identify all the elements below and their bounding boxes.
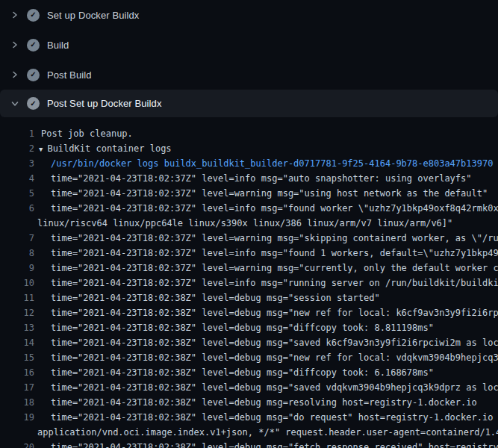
log-line: 12 time="2021-04-23T18:02:38Z" level=deb… bbox=[0, 305, 498, 320]
log-line: application/vnd.oci.image.index.v1+json,… bbox=[0, 425, 498, 440]
log-line-number[interactable]: 1 bbox=[0, 126, 34, 141]
log-line: 13 time="2021-04-23T18:02:38Z" level=deb… bbox=[0, 320, 498, 335]
log-line-number[interactable]: 11 bbox=[0, 290, 34, 305]
log-line: 15 time="2021-04-23T18:02:38Z" level=deb… bbox=[0, 350, 498, 365]
log-line-number[interactable]: 17 bbox=[0, 380, 34, 395]
log-line-text: time="2021-04-23T18:02:38Z" level=debug … bbox=[37, 395, 477, 410]
check-circle-icon: ✓ bbox=[27, 69, 40, 81]
job-steps-list: ✓ Set up Docker Buildx ✓ Build ✓ Post Bu… bbox=[0, 0, 498, 117]
log-line: 10 time="2021-04-23T18:02:37Z" level=inf… bbox=[0, 276, 498, 290]
log-line-number[interactable]: 4 bbox=[0, 171, 34, 186]
log-line-number[interactable]: 9 bbox=[0, 261, 34, 276]
log-line-number[interactable]: 19 bbox=[0, 410, 34, 425]
log-line-number bbox=[0, 216, 34, 231]
log-line-number[interactable]: 2 bbox=[0, 141, 34, 156]
log-line: 1 Post job cleanup. bbox=[0, 126, 498, 141]
log-line-text: time="2021-04-23T18:02:37Z" level=warnin… bbox=[37, 186, 488, 201]
step-label: Set up Docker Buildx bbox=[47, 10, 139, 21]
log-line: 11 time="2021-04-23T18:02:38Z" level=deb… bbox=[0, 290, 498, 305]
log-line-text: time="2021-04-23T18:02:38Z" level=debug … bbox=[37, 350, 498, 365]
log-line-text: application/vnd.oci.image.index.v1+json,… bbox=[37, 425, 498, 440]
step-header[interactable]: ✓ Post Set up Docker Buildx bbox=[0, 90, 498, 117]
log-line: 20 time="2021-04-23T18:02:38Z" level=deb… bbox=[0, 440, 498, 448]
log-line-number[interactable]: 12 bbox=[0, 305, 34, 320]
log-line: linux/riscv64 linux/ppc64le linux/s390x … bbox=[0, 216, 498, 231]
log-line-text: time="2021-04-23T18:02:37Z" level=info m… bbox=[37, 276, 498, 290]
log-line-number[interactable]: 3 bbox=[0, 156, 34, 171]
log-line: 6 time="2021-04-23T18:02:37Z" level=info… bbox=[0, 201, 498, 216]
log-line: 14 time="2021-04-23T18:02:38Z" level=deb… bbox=[0, 335, 498, 350]
log-line-number[interactable]: 13 bbox=[0, 320, 34, 335]
log-line-text: time="2021-04-23T18:02:37Z" level=warnin… bbox=[37, 261, 498, 276]
log-line-text: time="2021-04-23T18:02:37Z" level=info m… bbox=[37, 201, 498, 216]
chevron-right-icon bbox=[9, 69, 21, 81]
log-line: 18 time="2021-04-23T18:02:38Z" level=deb… bbox=[0, 395, 498, 410]
log-line-text: Post job cleanup. bbox=[37, 126, 133, 141]
log-line-number[interactable]: 20 bbox=[0, 440, 34, 448]
chevron-right-icon bbox=[9, 9, 21, 21]
log-line: 7 time="2021-04-23T18:02:37Z" level=warn… bbox=[0, 231, 498, 246]
log-line: 5 time="2021-04-23T18:02:37Z" level=warn… bbox=[0, 186, 498, 201]
log-line-number[interactable]: 10 bbox=[0, 276, 34, 290]
log-line-text: time="2021-04-23T18:02:38Z" level=debug … bbox=[37, 365, 434, 380]
check-circle-icon: ✓ bbox=[27, 9, 40, 22]
log-line-number[interactable]: 18 bbox=[0, 395, 34, 410]
log-group-label[interactable]: BuildKit container logs bbox=[47, 143, 171, 154]
step-header[interactable]: ✓ Build bbox=[0, 30, 498, 60]
log-line-text: time="2021-04-23T18:02:37Z" level=info m… bbox=[37, 171, 472, 186]
log-line-number[interactable]: 6 bbox=[0, 201, 34, 216]
chevron-down-icon bbox=[9, 98, 21, 110]
log-line-number[interactable]: 14 bbox=[0, 335, 34, 350]
log-line-number[interactable]: 5 bbox=[0, 186, 34, 201]
log-line-number bbox=[0, 425, 34, 440]
log-line: 4 time="2021-04-23T18:02:37Z" level=info… bbox=[0, 171, 498, 186]
log-line: 17 time="2021-04-23T18:02:38Z" level=deb… bbox=[0, 380, 498, 395]
log-line-number[interactable]: 7 bbox=[0, 231, 34, 246]
step-header[interactable]: ✓ Set up Docker Buildx bbox=[0, 0, 498, 30]
log-line-text: time="2021-04-23T18:02:38Z" level=debug … bbox=[37, 305, 498, 320]
log-line-text: time="2021-04-23T18:02:37Z" level=info m… bbox=[37, 246, 498, 261]
log-line-text: time="2021-04-23T18:02:38Z" level=debug … bbox=[37, 440, 498, 448]
log-line-number[interactable]: 16 bbox=[0, 365, 34, 380]
log-line: 9 time="2021-04-23T18:02:37Z" level=warn… bbox=[0, 261, 498, 276]
step-header[interactable]: ✓ Post Build bbox=[0, 60, 498, 90]
log-line: 16 time="2021-04-23T18:02:38Z" level=deb… bbox=[0, 365, 498, 380]
step-label: Post Set up Docker Buildx bbox=[47, 98, 162, 109]
collapse-triangle-icon[interactable]: ▼ bbox=[39, 142, 43, 157]
log-line-text: time="2021-04-23T18:02:37Z" level=warnin… bbox=[37, 231, 498, 246]
chevron-right-icon bbox=[9, 39, 21, 51]
log-line: 2 ▼BuildKit container logs bbox=[0, 141, 498, 156]
log-line-text: time="2021-04-23T18:02:38Z" level=debug … bbox=[37, 290, 380, 305]
log-line-text: time="2021-04-23T18:02:38Z" level=debug … bbox=[37, 410, 498, 425]
log-line-text: time="2021-04-23T18:02:38Z" level=debug … bbox=[37, 380, 498, 395]
step-label: Post Build bbox=[47, 69, 92, 81]
check-circle-icon: ✓ bbox=[27, 39, 40, 52]
log-line-text: linux/riscv64 linux/ppc64le linux/s390x … bbox=[37, 216, 452, 231]
step-label: Build bbox=[47, 40, 69, 51]
log-line: 3 /usr/bin/docker logs buildx_buildkit_b… bbox=[0, 156, 498, 171]
check-circle-icon: ✓ bbox=[27, 97, 40, 110]
log-line: 19 time="2021-04-23T18:02:38Z" level=deb… bbox=[0, 410, 498, 425]
log-line: 8 time="2021-04-23T18:02:37Z" level=info… bbox=[0, 246, 498, 261]
log-output: 1 Post job cleanup. 2 ▼BuildKit containe… bbox=[0, 117, 498, 448]
log-group-row-text: ▼BuildKit container logs bbox=[37, 141, 172, 156]
log-line-text: time="2021-04-23T18:02:38Z" level=debug … bbox=[37, 335, 498, 350]
log-line-text: time="2021-04-23T18:02:38Z" level=debug … bbox=[37, 320, 434, 335]
log-command-text: /usr/bin/docker logs buildx_buildkit_bui… bbox=[37, 156, 493, 171]
log-line-number[interactable]: 8 bbox=[0, 246, 34, 261]
log-line-number[interactable]: 15 bbox=[0, 350, 34, 365]
